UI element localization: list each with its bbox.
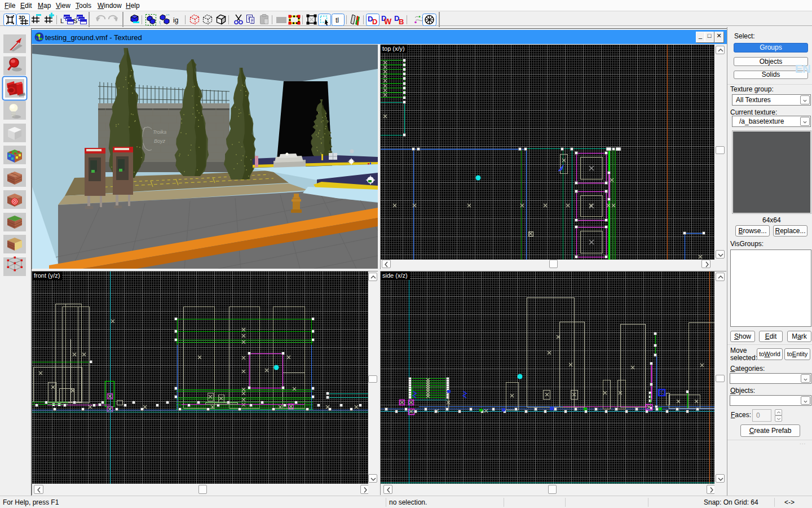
svg-text:tl: tl [336, 16, 339, 24]
svg-text:W: W [384, 17, 392, 26]
svg-text:B: B [399, 17, 404, 26]
svg-text:L: L [60, 17, 64, 24]
svg-text:Boyz: Boyz [154, 138, 166, 144]
svg-text:D: D [372, 17, 377, 26]
svg-text:ig: ig [173, 16, 178, 24]
svg-text:Troika: Troika [153, 129, 166, 135]
